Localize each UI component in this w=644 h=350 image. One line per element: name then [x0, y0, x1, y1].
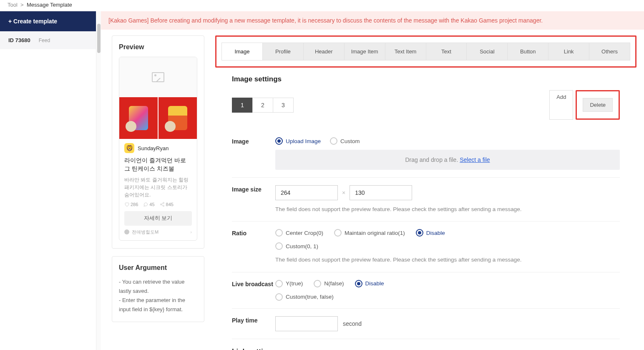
radio-upload-image[interactable]: Upload Image [275, 137, 321, 145]
user-argument-text: - You can retrieve the value lastly save… [119, 277, 197, 314]
live-broadcast-label: Live broadcast [232, 280, 275, 301]
tab-text[interactable]: Text [426, 43, 467, 60]
template-id: ID 73680 [8, 37, 30, 43]
footer-icon [124, 229, 129, 234]
preview-card: 🦁 SundayRyan 라이언이 즐겨먹던 바로 그 틴케이스 치즈볼 바라만… [119, 57, 197, 241]
ratio-help-text: The field does not support the preview f… [275, 256, 620, 264]
template-type: Feed [39, 38, 50, 43]
svg-point-1 [160, 204, 161, 205]
warning-alert: [Kakao Games] Before creating and modify… [101, 11, 644, 30]
svg-point-0 [163, 202, 164, 204]
image-settings-title: Image settings [232, 75, 620, 83]
radio-ratio-custom[interactable]: Custom(0, 1) [275, 242, 318, 250]
scroll-thumb[interactable] [97, 24, 101, 53]
tab-profile[interactable]: Profile [263, 43, 304, 60]
radio-live-n[interactable]: N(false) [314, 280, 344, 287]
user-argument-panel: User Argument - You can retrieve the val… [112, 256, 204, 322]
sidebar: + Create template ID 73680 Feed [0, 11, 96, 350]
settings-tabs: Image Profile Header Image Item Text Ite… [221, 43, 630, 60]
radio-live-y[interactable]: Y(true) [275, 280, 303, 287]
play-time-label: Play time [232, 316, 275, 331]
preview-profile: 🦁 SundayRyan [124, 143, 192, 153]
radio-live-disable[interactable]: Disable [355, 280, 384, 287]
delete-button[interactable]: Delete [583, 98, 613, 112]
link-settings-title: Link settings [232, 347, 620, 350]
index-3-button[interactable]: 3 [273, 98, 294, 113]
height-input[interactable] [350, 185, 412, 200]
tab-others[interactable]: Others [589, 43, 630, 60]
sidebar-template-item[interactable]: ID 73680 Feed [0, 31, 96, 49]
index-2-button[interactable]: 2 [252, 98, 273, 113]
tab-image[interactable]: Image [222, 43, 263, 60]
image-label: Image [232, 137, 275, 170]
preview-images [119, 97, 197, 139]
radio-ratio-disable[interactable]: Disable [416, 229, 445, 237]
user-argument-title: User Argument [119, 264, 197, 272]
play-time-unit: second [343, 320, 362, 327]
radio-maintain-ratio[interactable]: Maintain original ratio(1) [334, 229, 405, 237]
tab-image-item[interactable]: Image Item [345, 43, 385, 60]
tabs-highlight: Image Profile Header Image Item Text Ite… [215, 35, 636, 68]
scrollbar[interactable] [96, 11, 101, 350]
radio-custom-image[interactable]: Custom [330, 137, 360, 145]
file-dropzone[interactable]: Drag and drop a file. Select a file [275, 150, 620, 170]
tab-link[interactable]: Link [548, 43, 589, 60]
delete-highlight: Delete [576, 90, 620, 120]
tab-button[interactable]: Button [508, 43, 548, 60]
comment-icon [143, 202, 148, 207]
preview-image-2 [158, 97, 197, 139]
preview-stats: 286 45 845 [124, 202, 192, 207]
svg-point-2 [163, 205, 164, 206]
preview-card-desc: 바라만 봐도 즐거워지는 힐링 패키지에는 시크릿 스토리가 숨어있어요. [124, 176, 192, 199]
width-input[interactable] [275, 185, 338, 200]
image-size-label: Image size [232, 185, 275, 214]
times-icon: × [342, 189, 345, 196]
tab-social[interactable]: Social [467, 43, 508, 60]
tab-header[interactable]: Header [304, 43, 345, 60]
preview-detail-button[interactable]: 자세히 보기 [124, 211, 192, 226]
heart-icon [124, 202, 129, 207]
breadcrumb-current: Message Template [27, 2, 72, 8]
share-icon [160, 202, 165, 207]
breadcrumb-root[interactable]: Tool [8, 2, 18, 8]
preview-image-placeholder [119, 57, 197, 97]
breadcrumb: Tool > Message Template [0, 0, 644, 11]
radio-center-crop[interactable]: Center Crop(0) [275, 229, 323, 237]
profile-name: SundayRyan [138, 145, 169, 151]
index-1-button[interactable]: 1 [232, 98, 253, 113]
ratio-label: Ratio [232, 229, 275, 264]
select-file-link[interactable]: Select a file [460, 156, 490, 163]
preview-card-title: 라이언이 즐겨먹던 바로 그 틴케이스 치즈볼 [124, 156, 192, 174]
avatar-icon: 🦁 [124, 143, 134, 153]
radio-live-custom[interactable]: Custom(true, false) [275, 293, 334, 301]
tab-text-item[interactable]: Text Item [385, 43, 426, 60]
size-help-text: The field does not support the preview f… [275, 205, 620, 214]
preview-title: Preview [119, 43, 197, 51]
preview-panel: Preview 🦁 SundayRyan [112, 35, 204, 249]
chevron-right-icon: › [190, 229, 192, 234]
image-icon [152, 72, 164, 82]
preview-footer: 전애병힐도M › [124, 229, 192, 235]
add-button[interactable]: Add [549, 90, 573, 120]
image-index-buttons: 1 2 3 [232, 98, 293, 113]
preview-image-1 [119, 97, 158, 139]
create-template-button[interactable]: + Create template [0, 11, 96, 31]
play-time-input[interactable] [275, 316, 338, 331]
